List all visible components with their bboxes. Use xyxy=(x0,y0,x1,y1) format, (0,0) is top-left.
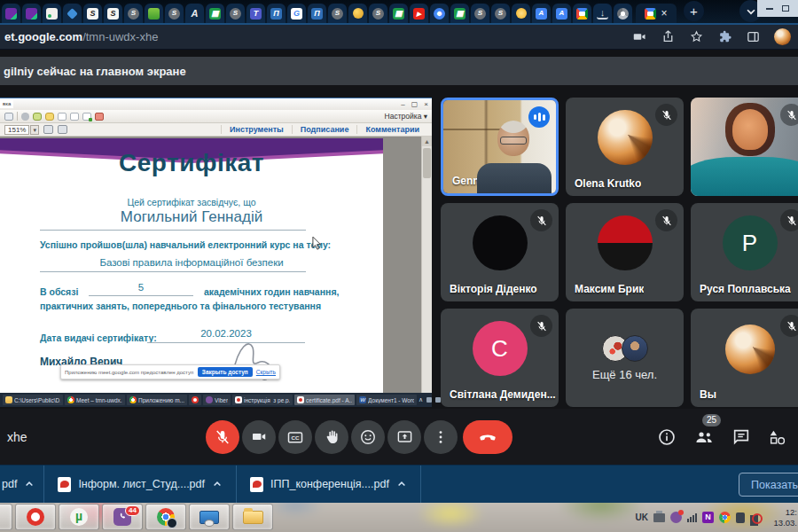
fit-width-icon[interactable] xyxy=(43,125,53,134)
stamp-icon[interactable] xyxy=(95,113,104,121)
participant-tile-olena[interactable]: Olena Krutko xyxy=(566,98,684,196)
activities-icon[interactable] xyxy=(768,427,787,447)
participant-tile-gennadiy[interactable]: Gennadiy Mogilniy xyxy=(441,98,559,196)
participant-tile-irina[interactable]: Ирина Масловская xyxy=(691,98,798,196)
scroll-up-icon[interactable]: ▲ xyxy=(422,137,432,146)
download-item[interactable]: Інформ. лист_Студ....pdf xyxy=(44,466,237,503)
download-options-chevron-icon[interactable] xyxy=(24,479,35,489)
extensions-puzzle-icon[interactable] xyxy=(717,29,732,44)
taskbar-utorrent-button[interactable]: µ xyxy=(59,504,99,530)
taskbar-app-cut[interactable] xyxy=(0,504,12,530)
pinned-tab[interactable] xyxy=(512,4,530,23)
reactions-button[interactable] xyxy=(351,420,385,454)
shared-taskbar-item[interactable]: C:\Users\Public\D... xyxy=(3,395,63,405)
pinned-tab[interactable]: A xyxy=(532,4,551,23)
page-icon[interactable] xyxy=(70,113,79,121)
zoom-dropdown-icon[interactable]: ▾ xyxy=(30,125,39,135)
side-panel-icon[interactable] xyxy=(746,29,761,44)
profile-avatar[interactable] xyxy=(774,28,791,45)
viber-tray-icon[interactable] xyxy=(670,512,682,523)
pinned-tab[interactable]: S xyxy=(369,4,387,23)
pinned-tab[interactable]: S xyxy=(165,4,184,23)
email-icon[interactable] xyxy=(4,113,13,121)
pinned-tab[interactable]: A xyxy=(552,4,571,23)
download-item[interactable]: ІПП_конференція....pdf xyxy=(237,466,421,503)
more-options-button[interactable] xyxy=(424,420,458,454)
pinned-tab[interactable] xyxy=(573,4,591,23)
zoom-level[interactable]: 151% xyxy=(4,125,29,135)
pinned-tab[interactable]: ▦ xyxy=(206,4,224,23)
shared-taskbar-item[interactable]: certificate.pdf - A... xyxy=(294,395,355,405)
download-options-chevron-icon[interactable] xyxy=(212,479,223,489)
new-tab-button[interactable]: + xyxy=(684,1,704,21)
participant-tile-maksym[interactable]: Максим Брик xyxy=(566,203,684,301)
settings-gear-icon[interactable] xyxy=(21,113,29,121)
power-icon[interactable] xyxy=(736,512,745,523)
shared-taskbar-item[interactable]: Viber xyxy=(203,395,231,405)
pinned-tab[interactable]: S xyxy=(328,4,347,23)
more-participants-tile[interactable]: Ещё 16 чел. xyxy=(566,309,684,407)
pinned-tab[interactable]: Π xyxy=(267,4,286,23)
taskbar-display-settings-button[interactable] xyxy=(189,504,230,530)
url-text[interactable]: et.google.com/tmn-uwdx-xhe xyxy=(4,30,158,43)
people-panel-button[interactable]: 25 xyxy=(693,426,715,448)
tray-chevron-icon[interactable]: ∧ xyxy=(419,396,423,403)
pinned-tab[interactable] xyxy=(348,4,367,23)
show-all-downloads-button[interactable]: Показать все xyxy=(739,473,798,497)
fit-page-icon[interactable] xyxy=(58,125,67,134)
screen-capture-icon[interactable] xyxy=(632,29,647,44)
tab-close-icon[interactable]: × xyxy=(661,8,667,19)
export-icon[interactable] xyxy=(82,113,91,121)
chrome-tray-icon[interactable] xyxy=(719,512,731,523)
tab-tools[interactable]: Инструменты xyxy=(221,125,292,134)
pinned-tab[interactable] xyxy=(2,4,20,23)
pinned-tab[interactable]: G xyxy=(287,4,306,23)
pdf-scrollbar[interactable]: ▲ xyxy=(421,137,432,393)
shared-taskbar-item[interactable]: інструкція_з ре.р... xyxy=(232,395,293,405)
pinned-tab[interactable] xyxy=(145,4,163,23)
onenote-icon[interactable]: N xyxy=(702,512,714,523)
pdf-minimize-icon[interactable]: – xyxy=(401,99,404,109)
page-icon[interactable] xyxy=(58,113,66,121)
pinned-tab[interactable]: S xyxy=(226,4,245,23)
pinned-tab[interactable]: S xyxy=(124,4,143,23)
tray-mic-icon[interactable] xyxy=(426,397,432,403)
mic-mute-button[interactable] xyxy=(206,420,239,454)
comment-icon[interactable] xyxy=(33,113,42,121)
tab-sign[interactable]: Подписание xyxy=(292,125,357,134)
raise-hand-button[interactable] xyxy=(315,420,348,454)
pinned-tab[interactable] xyxy=(43,4,61,23)
participant-tile-you[interactable]: Вы xyxy=(691,309,798,407)
active-tab[interactable]: × xyxy=(636,4,677,23)
pinned-tab[interactable]: Π xyxy=(308,4,326,23)
taskbar-clock[interactable]: 12: 13.03. xyxy=(768,507,797,528)
pinned-tab[interactable]: S xyxy=(491,4,510,23)
speaker-muted-icon[interactable] xyxy=(750,512,763,523)
meeting-info-icon[interactable] xyxy=(657,427,677,447)
download-options-chevron-icon[interactable] xyxy=(396,479,407,489)
shared-taskbar-item[interactable]: Приложению m... xyxy=(127,395,187,405)
pinned-tab[interactable]: T xyxy=(246,4,265,23)
printer-icon[interactable] xyxy=(653,513,665,522)
hide-notice-link[interactable]: Скрыть xyxy=(256,369,276,375)
tab-comments[interactable]: Комментарии xyxy=(356,125,427,134)
network-signal-icon[interactable] xyxy=(687,513,697,522)
taskbar-explorer-button[interactable] xyxy=(232,504,273,530)
camera-button[interactable] xyxy=(242,420,276,454)
captions-button[interactable]: CC xyxy=(278,420,312,454)
pinned-tab[interactable]: ☻ xyxy=(430,4,449,23)
share-icon[interactable] xyxy=(661,29,676,44)
pinned-tab[interactable] xyxy=(614,4,632,23)
pinned-tab[interactable]: ▦ xyxy=(389,4,408,23)
shared-taskbar-item[interactable]: WДокумент1 - Word xyxy=(356,395,417,405)
minimize-icon[interactable] xyxy=(766,8,773,10)
pinned-tab[interactable]: A xyxy=(185,4,204,23)
end-call-button[interactable] xyxy=(463,420,512,454)
pinned-tab[interactable]: ↓ xyxy=(593,4,612,23)
chat-icon[interactable] xyxy=(732,427,751,447)
pinned-tab[interactable] xyxy=(63,4,82,23)
pinned-tab[interactable] xyxy=(22,4,41,23)
present-button[interactable] xyxy=(387,420,421,454)
taskbar-opera-button[interactable] xyxy=(15,504,56,530)
pinned-tab[interactable]: ▦ xyxy=(450,4,469,23)
